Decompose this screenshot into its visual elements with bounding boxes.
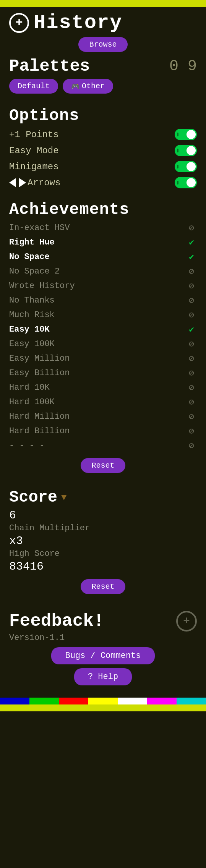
achievement-no-space: No Space ✔	[6, 249, 200, 264]
color-green	[29, 698, 59, 704]
feedback-title: Feedback!	[9, 611, 172, 631]
color-cyan	[177, 698, 206, 704]
achievement-hard-10k: Hard 10K ⊘	[6, 380, 200, 395]
achievement-icon: ⊘	[186, 222, 197, 233]
palettes-title: Palettes	[9, 57, 165, 76]
achievement-hard-100k: Hard 100K ⊘	[6, 395, 200, 409]
chain-multiplier-label: Chain Multiplier	[6, 523, 200, 534]
easy-mode-toggle[interactable]	[175, 145, 197, 156]
achievement-icon: ⊘	[186, 295, 197, 306]
palettes-row: Palettes 0 9	[6, 55, 200, 77]
achievements-reset-row: Reset	[6, 458, 200, 473]
chain-multiplier-value: x3	[6, 534, 200, 548]
minigames-toggle[interactable]	[175, 161, 197, 172]
feedback-buttons: Bugs / Comments ? Help	[6, 643, 200, 691]
achievement-icon: ⊘	[186, 309, 197, 320]
achievement-icon: ⊘	[186, 397, 197, 407]
color-red	[59, 698, 88, 704]
achievement-no-thanks: No Thanks ⊘	[6, 293, 200, 308]
bugs-comments-button[interactable]: Bugs / Comments	[51, 647, 154, 664]
history-title: History	[34, 11, 122, 34]
achievement-icon: ✔	[186, 324, 197, 335]
achievement-name: In-exact HSV	[9, 223, 70, 233]
achievement-much-risk: Much Risk ⊘	[6, 308, 200, 322]
achievement-easy-billion: Easy Billion ⊘	[6, 366, 200, 380]
high-score-value: 83416	[6, 559, 200, 574]
achievement-name: Wrote History	[9, 281, 75, 291]
arrows-toggle[interactable]	[175, 177, 197, 188]
achievement-icon: ⊘	[186, 266, 197, 277]
arrow-left-icon	[9, 178, 16, 187]
other-palette-button[interactable]: 🎮 Other	[63, 79, 113, 94]
color-magenta	[147, 698, 177, 704]
feedback-plus-button[interactable]: +	[176, 611, 197, 632]
achievements-title: Achievements	[6, 198, 200, 220]
option-arrows: Arrows	[6, 175, 200, 191]
arrows-label: Arrows	[9, 178, 60, 188]
score-arrow-icon: ▼	[61, 492, 67, 503]
option-plus1-points: +1 Points	[6, 126, 200, 143]
achievement-name: Right Hue	[9, 238, 55, 247]
achievement-easy-10k: Easy 10K ✔	[6, 322, 200, 337]
achievement-easy-100k: Easy 100K ⊘	[6, 337, 200, 351]
achievement-name: No Space	[9, 252, 50, 262]
achievement-hard-million: Hard Million ⊘	[6, 409, 200, 424]
achievement-no-space-2: No Space 2 ⊘	[6, 264, 200, 279]
version-text: Version-1.1	[6, 632, 200, 643]
browse-row: Browse	[6, 37, 200, 52]
achievement-name: Easy Billion	[9, 368, 70, 378]
achievement-inexact-hsv: In-exact HSV ⊘	[6, 220, 200, 235]
achievement-name: Hard 100K	[9, 397, 55, 407]
achievement-name: Much Risk	[9, 310, 55, 320]
achievements-reset-button[interactable]: Reset	[81, 458, 125, 473]
options-title: Options	[6, 105, 200, 126]
achievement-name: Easy 10K	[9, 325, 50, 334]
achievement-name: Hard 10K	[9, 383, 50, 392]
score-value: 6	[6, 508, 200, 523]
browse-button[interactable]: Browse	[78, 37, 127, 52]
achievement-icon: ⊘	[186, 368, 197, 378]
help-button[interactable]: ? Help	[74, 668, 132, 685]
bottom-color-bar	[0, 698, 206, 704]
achievement-icon: ⊘	[186, 426, 197, 436]
achievement-dashes: - - - - ⊘	[6, 438, 200, 453]
achievement-name: Easy 100K	[9, 339, 55, 349]
achievement-name: - - - -	[9, 441, 44, 450]
add-history-button[interactable]: +	[9, 13, 29, 33]
palette-number: 0 9	[169, 58, 197, 75]
achievement-icon: ⊘	[186, 280, 197, 291]
controller-icon: 🎮	[71, 82, 79, 91]
achievement-icon: ✔	[186, 237, 197, 248]
achievement-icon: ⊘	[186, 382, 197, 393]
minigames-label: Minigames	[9, 162, 59, 172]
achievement-name: Hard Billion	[9, 426, 70, 436]
palette-buttons: Default 🎮 Other	[6, 77, 200, 98]
achievement-name: No Thanks	[9, 296, 55, 305]
plus1-points-label: +1 Points	[9, 130, 59, 140]
achievement-icon: ✔	[186, 251, 197, 262]
option-easy-mode: Easy Mode	[6, 143, 200, 159]
achievement-easy-million: Easy Million ⊘	[6, 351, 200, 366]
feedback-row: Feedback! +	[6, 608, 200, 632]
option-minigames: Minigames	[6, 159, 200, 175]
color-white	[118, 698, 147, 704]
score-reset-row: Reset	[6, 579, 200, 594]
plus1-points-toggle[interactable]	[175, 129, 197, 140]
achievement-wrote-history: Wrote History ⊘	[6, 279, 200, 293]
score-header: Score ▼	[6, 487, 200, 508]
top-border	[0, 0, 206, 7]
achievement-icon: ⊘	[186, 353, 197, 364]
high-score-label: High Score	[6, 548, 200, 559]
achievement-icon: ⊘	[186, 440, 197, 451]
color-blue	[0, 698, 29, 704]
color-yellow	[88, 698, 118, 704]
default-palette-button[interactable]: Default	[9, 79, 58, 94]
achievement-name: Hard Million	[9, 412, 70, 421]
achievement-icon: ⊘	[186, 338, 197, 349]
achievement-name: No Space 2	[9, 267, 60, 276]
achievement-right-hue: Right Hue ✔	[6, 235, 200, 249]
achievement-name: Easy Million	[9, 354, 70, 363]
bottom-border	[0, 704, 206, 711]
easy-mode-label: Easy Mode	[9, 146, 59, 156]
score-reset-button[interactable]: Reset	[81, 579, 125, 594]
